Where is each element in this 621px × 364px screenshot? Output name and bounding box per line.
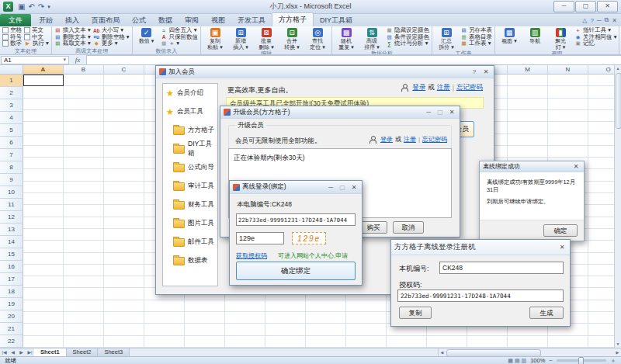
row-header-19[interactable]: 19 [0, 298, 23, 310]
excel-app-icon[interactable]: X [3, 2, 13, 12]
buy-button[interactable]: 购买 [359, 221, 387, 234]
sheet-tab-Sheet3[interactable]: Sheet3 [98, 348, 130, 356]
maximize-icon[interactable]: ▢ [338, 183, 347, 192]
sheet-nav-icon[interactable]: ◀ [9, 348, 17, 356]
generate-button[interactable]: 生成 [529, 307, 564, 319]
upgrade-dialog-titlebar[interactable]: 升级会员(方方格子) ─ ▢ ✕ [220, 106, 460, 119]
scroll-up-icon[interactable]: ▲ [615, 65, 621, 72]
login-link[interactable]: 登录 [412, 83, 425, 92]
window-close-button[interactable]: ✕ [597, 1, 618, 12]
offline-dialog-titlebar[interactable]: 离线登录(绑定) ─ ▢ ✕ [230, 181, 362, 194]
row-header-5[interactable]: 5 [0, 124, 23, 137]
window-maximize-button[interactable]: ▢ [575, 1, 596, 12]
sidebar-item-数据表[interactable]: 数据表 [163, 251, 217, 270]
register-link[interactable]: 注册 [404, 135, 416, 144]
row-header-15[interactable]: 15 [0, 248, 23, 261]
row-header-20[interactable]: 20 [0, 310, 23, 323]
column-header-M[interactable]: M [508, 65, 548, 75]
ribbon-button-视图[interactable]: ▦视图 ▾ [498, 27, 521, 44]
copy-button[interactable]: 复制 [399, 307, 432, 319]
ribbon-button-执行[interactable]: ▶执行 ▾ [24, 40, 49, 47]
row-header-9[interactable]: 9 [0, 174, 23, 186]
save-button[interactable]: ▣ [18, 2, 25, 12]
tab-视图[interactable]: 视图 [205, 14, 231, 26]
row-header-8[interactable]: 8 [0, 161, 23, 174]
view-mode-icon[interactable]: ▤ [515, 358, 520, 364]
close-icon[interactable]: ✕ [447, 108, 456, 116]
tab-插入[interactable]: 插入 [59, 14, 85, 26]
ribbon-button-统计与分析[interactable]: ∑统计与分析 ▾ [386, 40, 429, 47]
msgbox-titlebar[interactable]: 离线绑定成功 ✕ [480, 161, 584, 172]
row-header-12[interactable]: 12 [0, 211, 23, 224]
keygen-titlebar[interactable]: 方方格子离线登录注册机 ✕ [391, 240, 570, 255]
row-header-11[interactable]: 11 [0, 199, 23, 211]
ribbon-button-＋[interactable]: ▦＋ ▾ [161, 40, 199, 47]
login-link[interactable]: 登录 [380, 135, 393, 144]
row-header-18[interactable]: 18 [0, 286, 23, 298]
qat-dropdown-icon[interactable]: ▾ [47, 2, 50, 12]
ribbon-button-数值[interactable]: ✓数值 ▾ [135, 27, 158, 44]
ribbon-button-更多[interactable]: ◆更多 ▾ [93, 40, 130, 47]
sheet-tab-Sheet1[interactable]: Sheet1 [34, 348, 67, 356]
scroll-left-icon[interactable]: ◀ [439, 348, 446, 356]
sheet-tab-Sheet2[interactable]: Sheet2 [67, 348, 99, 356]
auth-code-input[interactable]: 22b733ed-99991231-17D248-1A7044 [236, 213, 356, 226]
ribbon-collapse-icon[interactable]: △ [582, 17, 587, 24]
auth-code-output[interactable]: 22b733ed-99991231-17D248-1A7044 [397, 289, 564, 302]
join-dialog-titlebar[interactable]: 加入会员 ? ✕ [156, 66, 494, 78]
view-mode-icon[interactable]: ▦ [508, 358, 513, 364]
column-header-B[interactable]: B [64, 65, 104, 75]
undo-button[interactable]: ↶ [28, 2, 34, 12]
formula-input[interactable] [86, 55, 621, 65]
ribbon-button-新增插入[interactable]: ⊞新增 插入 ▾ [229, 27, 252, 50]
row-header-22[interactable]: 22 [0, 335, 23, 348]
row-header-21[interactable]: 21 [0, 323, 23, 335]
redo-button[interactable]: ↷ [38, 2, 44, 12]
row-header-10[interactable]: 10 [0, 186, 23, 199]
vertical-scroll-thumb[interactable] [616, 73, 621, 129]
row-header-14[interactable]: 14 [0, 236, 23, 248]
ribbon-button-复制粘贴[interactable]: ▣复制 粘贴 ▾ [203, 27, 227, 50]
sidebar-item-邮件工具[interactable]: 邮件工具 [163, 233, 217, 251]
close-icon[interactable]: ✕ [349, 183, 359, 192]
minimize-icon[interactable]: ─ [326, 183, 335, 192]
sheet-nav-icon[interactable]: ▶| [26, 348, 34, 356]
ribbon-button-查找定位[interactable]: ◎查找 定位 ▾ [306, 27, 329, 50]
forgot-password-link[interactable]: 忘记密码 [422, 135, 447, 144]
sheet-nav-icon[interactable]: |◀ [0, 348, 9, 356]
ribbon-button-截取文本[interactable]: ▤截取文本 ▾ [54, 40, 91, 47]
ribbon-button-随机重复[interactable]: ▩随机 重复 ▾ [335, 27, 358, 50]
view-mode-icon[interactable]: ▥ [522, 358, 527, 364]
ribbon-button-批量删除[interactable]: ⊠批量 删除 ▾ [255, 27, 278, 50]
tab-开始[interactable]: 开始 [33, 14, 59, 26]
checkbox-数字[interactable]: 数字 [2, 40, 22, 47]
row-header-6[interactable]: 6 [0, 137, 23, 149]
ribbon-button-高级排序[interactable]: ⇅高级 排序 ▾ [360, 27, 383, 50]
forgot-password-link[interactable]: 忘记密码 [456, 83, 483, 92]
zoom-out-button[interactable]: − [549, 357, 553, 364]
sidebar-item-图片工具[interactable]: 图片工具 [163, 214, 217, 233]
tab-审阅[interactable]: 审阅 [179, 14, 205, 26]
ribbon-button-记忆[interactable]: ▣记忆 [574, 40, 616, 47]
tab-页面布局[interactable]: 页面布局 [85, 14, 126, 26]
row-header-13[interactable]: 13 [0, 224, 23, 236]
column-header-N[interactable]: N [548, 65, 588, 75]
zoom-slider[interactable] [557, 359, 606, 362]
scroll-down-icon[interactable]: ▼ [615, 341, 621, 348]
machine-code-input[interactable]: CK248 [439, 262, 564, 274]
close-icon[interactable]: ✕ [571, 162, 581, 171]
close-icon[interactable]: ✕ [481, 68, 491, 76]
tab-开发工具[interactable]: 开发工具 [231, 14, 272, 26]
select-all-corner[interactable] [0, 65, 23, 75]
fx-icon[interactable]: fx [69, 56, 86, 64]
window-minimize-button[interactable]: ─ [553, 1, 574, 12]
zoom-in-button[interactable]: ＋ [610, 357, 616, 364]
selected-cell-a1[interactable] [23, 75, 64, 86]
ribbon-button-导航[interactable]: ▥导航 [523, 27, 546, 44]
doc-restore-icon[interactable]: ⧉ [605, 16, 609, 24]
name-box-dropdown-icon[interactable]: ▾ [63, 57, 66, 63]
sidebar-item-会员介绍[interactable]: ★会员介绍 [163, 84, 217, 102]
ribbon-button-关注相同值[interactable]: ◉关注相同值 ▾ [574, 34, 616, 41]
get-auth-code-link[interactable]: 获取授权码 [236, 251, 267, 260]
ok-button[interactable]: 确定 [543, 224, 578, 237]
